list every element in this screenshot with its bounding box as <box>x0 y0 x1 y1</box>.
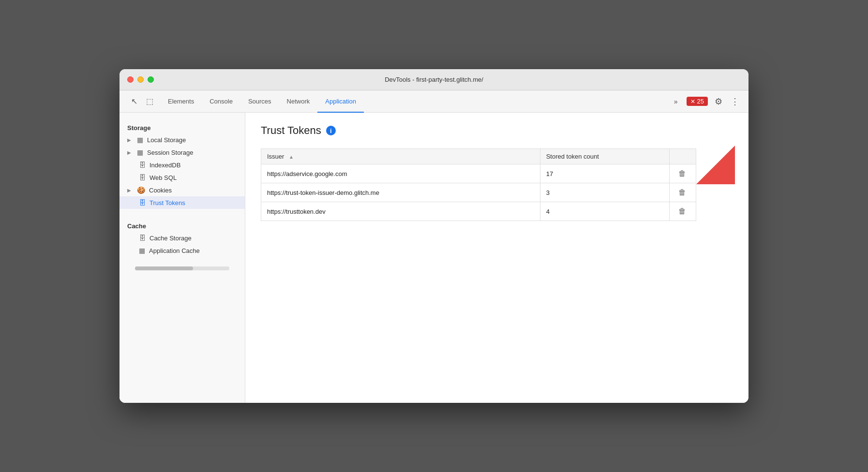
local-storage-icon: ▦ <box>137 136 143 144</box>
issuer-header-label: Issuer <box>267 153 284 160</box>
tabbar: ↖ ⬚ Elements Console Sources Network App… <box>120 90 748 113</box>
main-content: Storage ▶ ▦ Local Storage ▶ ▦ Session St… <box>120 113 748 403</box>
application-cache-icon: ▦ <box>139 247 145 254</box>
col-header-token-count[interactable]: Stored token count <box>540 149 670 164</box>
svg-marker-0 <box>696 146 735 184</box>
sidebar-label-indexeddb: IndexedDB <box>150 162 180 169</box>
col-header-action <box>670 149 696 164</box>
more-tabs-button[interactable]: » <box>669 95 683 108</box>
maximize-button[interactable] <box>148 76 154 83</box>
sidebar-item-local-storage[interactable]: ▶ ▦ Local Storage <box>120 133 245 146</box>
cache-section-title: Cache <box>120 219 245 232</box>
trust-tokens-table: Issuer ▲ Stored token count https://adse… <box>261 148 696 221</box>
sidebar-label-session-storage: Session Storage <box>147 149 193 156</box>
table-row: https://trust-token-issuer-demo.glitch.m… <box>261 183 696 202</box>
trust-tokens-icon: 🗄 <box>139 199 146 206</box>
cookies-icon: 🍪 <box>137 186 145 194</box>
sidebar: Storage ▶ ▦ Local Storage ▶ ▦ Session St… <box>120 113 245 403</box>
sidebar-item-indexeddb[interactable]: 🗄 IndexedDB <box>120 159 245 171</box>
sidebar-label-web-sql: Web SQL <box>150 174 177 181</box>
token-count-header-label: Stored token count <box>546 153 599 160</box>
more-options-button[interactable]: ⋮ <box>729 95 741 108</box>
window-title: DevTools - first-party-test.glitch.me/ <box>385 76 483 83</box>
inspect-tool-button[interactable]: ⬚ <box>143 95 156 108</box>
table-row: https://adservice.google.com 17 🗑 <box>261 164 696 183</box>
sidebar-label-local-storage: Local Storage <box>147 136 186 144</box>
sidebar-item-cache-storage[interactable]: 🗄 Cache Storage <box>120 232 245 244</box>
sidebar-item-cookies[interactable]: ▶ 🍪 Cookies <box>120 184 245 196</box>
tab-application[interactable]: Application <box>317 91 364 113</box>
minimize-button[interactable] <box>137 76 144 83</box>
issuer-cell: https://trust-token-issuer-demo.glitch.m… <box>261 183 540 202</box>
page-title-row: Trust Tokens i <box>261 124 733 137</box>
sidebar-item-session-storage[interactable]: ▶ ▦ Session Storage <box>120 146 245 159</box>
tab-network[interactable]: Network <box>279 91 318 113</box>
arrow-icon: ▶ <box>127 188 131 193</box>
tabbar-right: » ✕ 25 ⚙ ⋮ <box>665 90 745 112</box>
action-cell: 🗑 <box>670 202 696 221</box>
sidebar-item-web-sql[interactable]: 🗄 Web SQL <box>120 171 245 184</box>
sidebar-label-cache-storage: Cache Storage <box>150 235 192 242</box>
storage-section-title: Storage <box>120 120 245 133</box>
sidebar-label-cookies: Cookies <box>149 187 172 194</box>
issuer-cell: https://adservice.google.com <box>261 164 540 183</box>
sidebar-item-application-cache[interactable]: ▦ Application Cache <box>120 244 245 257</box>
tabs-list: Elements Console Sources Network Applica… <box>160 90 665 112</box>
token-count-cell: 4 <box>540 202 670 221</box>
action-cell: 🗑 <box>670 164 696 183</box>
web-sql-icon: 🗄 <box>139 174 146 181</box>
sidebar-label-application-cache: Application Cache <box>149 247 200 254</box>
page-title: Trust Tokens <box>261 124 321 137</box>
delete-row-button[interactable]: 🗑 <box>675 168 689 179</box>
sidebar-label-trust-tokens: Trust Tokens <box>150 199 185 206</box>
cursor-tool-button[interactable]: ↖ <box>127 95 141 108</box>
action-cell: 🗑 <box>670 183 696 202</box>
sort-arrow-icon: ▲ <box>289 154 294 160</box>
token-count-cell: 17 <box>540 164 670 183</box>
devtools-tools: ↖ ⬚ <box>123 90 160 112</box>
devtools-window: DevTools - first-party-test.glitch.me/ ↖… <box>120 69 748 403</box>
traffic-lights <box>127 76 154 83</box>
titlebar: DevTools - first-party-test.glitch.me/ <box>120 69 748 90</box>
indexeddb-icon: 🗄 <box>139 161 146 169</box>
settings-button[interactable]: ⚙ <box>712 95 725 108</box>
col-header-issuer[interactable]: Issuer ▲ <box>261 149 540 164</box>
tab-elements[interactable]: Elements <box>160 91 202 113</box>
annotation-arrow <box>696 146 735 184</box>
error-badge[interactable]: ✕ 25 <box>687 97 708 106</box>
token-count-cell: 3 <box>540 183 670 202</box>
issuer-cell: https://trusttoken.dev <box>261 202 540 221</box>
info-icon[interactable]: i <box>326 126 336 135</box>
tab-sources[interactable]: Sources <box>240 91 279 113</box>
cache-storage-icon: 🗄 <box>139 234 146 242</box>
arrow-icon: ▶ <box>127 137 131 143</box>
delete-row-button[interactable]: 🗑 <box>675 206 689 217</box>
error-icon: ✕ <box>690 98 695 105</box>
table-row: https://trusttoken.dev 4 🗑 <box>261 202 696 221</box>
close-button[interactable] <box>127 76 134 83</box>
session-storage-icon: ▦ <box>137 148 143 156</box>
delete-row-button[interactable]: 🗑 <box>675 187 689 198</box>
content-area: Trust Tokens i Issuer ▲ Stored token cou… <box>245 113 748 403</box>
sidebar-item-trust-tokens[interactable]: 🗄 Trust Tokens <box>120 196 245 209</box>
arrow-icon: ▶ <box>127 150 131 155</box>
tab-console[interactable]: Console <box>202 91 240 113</box>
error-count: 25 <box>697 98 704 105</box>
